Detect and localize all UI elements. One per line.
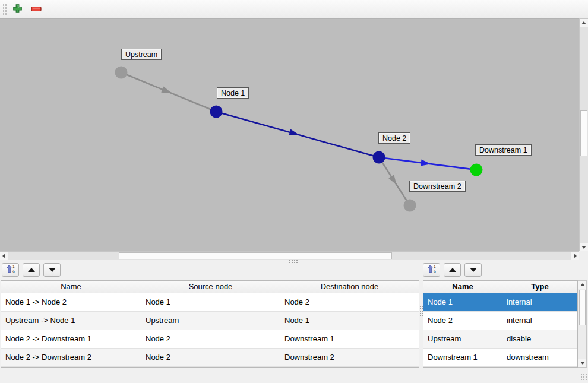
node-label-downstream-2[interactable]: Downstream 2 xyxy=(409,181,466,192)
node-table-scrollbar[interactable] xyxy=(578,280,587,368)
cell: Downstream 1 xyxy=(423,349,502,366)
toolbar-drag-handle[interactable] xyxy=(2,4,7,15)
cell: downstream xyxy=(502,349,577,366)
svg-text:9: 9 xyxy=(434,270,436,274)
table-row[interactable]: Downstream 1downstream xyxy=(423,349,577,367)
graph-node-downstream-2[interactable] xyxy=(404,200,416,212)
cell: internal xyxy=(502,293,577,311)
graph-svg xyxy=(0,19,579,252)
remove-button[interactable] xyxy=(29,3,43,16)
edge-arrow-icon xyxy=(161,87,173,97)
cell: Node 1 xyxy=(141,293,280,311)
column-header-name[interactable]: Name xyxy=(423,281,502,293)
chevron-down-icon xyxy=(580,362,585,365)
sort-ascending-icon: 1 9 xyxy=(427,264,437,276)
edge-table: NameSource nodeDestination nodeNode 1 ->… xyxy=(1,280,419,368)
sort-button[interactable]: 1 9 xyxy=(2,263,19,277)
canvas-vertical-scrollbar[interactable] xyxy=(579,18,588,251)
table-row[interactable]: Node 2internal xyxy=(423,312,577,330)
cell: disable xyxy=(502,330,577,348)
edge-table-toolbar: 1 9 xyxy=(2,263,61,277)
move-down-button[interactable] xyxy=(464,263,482,277)
canvas-horizontal-scrollbar[interactable] xyxy=(0,251,579,260)
chevron-down-icon xyxy=(581,246,586,249)
graph-node-node-1[interactable] xyxy=(210,106,223,118)
node-label-upstream[interactable]: Upstream xyxy=(121,49,162,60)
cell: Node 2 xyxy=(141,330,280,348)
table-row[interactable]: Node 1internal xyxy=(423,293,577,312)
splitter-handle-icon xyxy=(289,259,299,263)
main-toolbar xyxy=(0,0,588,19)
scroll-up-button[interactable] xyxy=(578,281,586,289)
edge-arrow-icon xyxy=(289,129,300,138)
chevron-right-icon xyxy=(574,254,577,258)
scroll-down-button[interactable] xyxy=(580,243,588,251)
chevron-left-icon xyxy=(2,254,5,258)
scroll-down-button[interactable] xyxy=(578,359,586,367)
svg-text:1: 1 xyxy=(434,264,436,268)
application-window: UpstreamNode 1Node 2Downstream 1Downstre… xyxy=(0,0,588,383)
graph-node-upstream[interactable] xyxy=(115,67,128,79)
horizontal-splitter[interactable] xyxy=(0,260,588,263)
minus-icon xyxy=(31,5,42,14)
vertical-scrollbar-thumb[interactable] xyxy=(579,290,586,325)
table-header-row: NameSource nodeDestination node xyxy=(1,281,419,293)
svg-text:9: 9 xyxy=(12,270,15,274)
column-header-destination-node[interactable]: Destination node xyxy=(280,281,419,293)
cell: Upstream xyxy=(141,312,280,330)
add-button[interactable] xyxy=(10,3,24,16)
cell: Downstream 2 xyxy=(280,349,419,366)
move-down-button[interactable] xyxy=(43,263,61,277)
cell: Upstream xyxy=(423,330,502,348)
plus-icon xyxy=(12,4,23,15)
sort-button[interactable]: 1 9 xyxy=(423,263,440,277)
scroll-left-button[interactable] xyxy=(0,252,8,260)
column-header-name[interactable]: Name xyxy=(1,281,141,293)
cell: Node 1 xyxy=(280,312,419,330)
cell: Node 2 xyxy=(141,349,280,366)
table-row[interactable]: Node 2 -> Downstream 1Node 2Downstream 1 xyxy=(1,330,419,349)
scroll-up-button[interactable] xyxy=(580,19,588,27)
triangle-up-icon xyxy=(28,268,35,272)
sort-ascending-icon: 1 9 xyxy=(6,264,15,276)
triangle-up-icon xyxy=(449,268,456,272)
edge-arrow-icon xyxy=(388,175,399,186)
graph-node-downstream-1[interactable] xyxy=(470,164,483,176)
scrollbar-corner xyxy=(579,251,588,260)
graph-node-node-2[interactable] xyxy=(373,151,385,164)
node-table: NameTypeNode 1internalNode 2internalUpst… xyxy=(423,280,578,368)
node-label-node-2[interactable]: Node 2 xyxy=(378,132,410,144)
cell: Node 2 -> Downstream 1 xyxy=(1,330,141,348)
column-header-source-node[interactable]: Source node xyxy=(141,281,280,293)
node-label-downstream-1[interactable]: Downstream 1 xyxy=(475,144,532,156)
cell: Downstream 1 xyxy=(280,330,419,348)
cell: Node 2 xyxy=(423,312,502,330)
vertical-scrollbar-thumb[interactable] xyxy=(580,110,587,156)
triangle-down-icon xyxy=(470,268,477,272)
table-row[interactable]: Node 2 -> Downstream 2Node 2Downstream 2 xyxy=(1,349,419,367)
horizontal-scrollbar-thumb[interactable] xyxy=(119,252,392,259)
column-header-type[interactable]: Type xyxy=(502,281,577,293)
cell: internal xyxy=(502,312,577,330)
cell: Node 1 -> Node 2 xyxy=(1,293,141,311)
table-row[interactable]: Node 1 -> Node 2Node 1Node 2 xyxy=(1,293,419,312)
scroll-right-button[interactable] xyxy=(571,252,579,260)
chevron-up-icon xyxy=(580,283,585,286)
chevron-up-icon xyxy=(581,21,586,24)
node-table-toolbar: 1 9 xyxy=(423,263,482,277)
cell: Node 2 -> Downstream 2 xyxy=(1,349,141,366)
table-header-row: NameType xyxy=(423,281,577,293)
cell: Node 2 xyxy=(280,293,419,311)
table-row[interactable]: Upstreamdisable xyxy=(423,330,577,349)
window-resize-grip[interactable] xyxy=(580,373,587,380)
triangle-down-icon xyxy=(49,268,56,272)
node-label-node-1[interactable]: Node 1 xyxy=(217,87,249,99)
move-up-button[interactable] xyxy=(444,263,461,277)
cell: Node 1 xyxy=(423,293,502,311)
graph-canvas[interactable]: UpstreamNode 1Node 2Downstream 1Downstre… xyxy=(0,18,579,252)
move-up-button[interactable] xyxy=(23,263,40,277)
svg-text:1: 1 xyxy=(12,264,15,268)
table-row[interactable]: Upstream -> Node 1UpstreamNode 1 xyxy=(1,312,419,330)
cell: Upstream -> Node 1 xyxy=(1,312,141,330)
